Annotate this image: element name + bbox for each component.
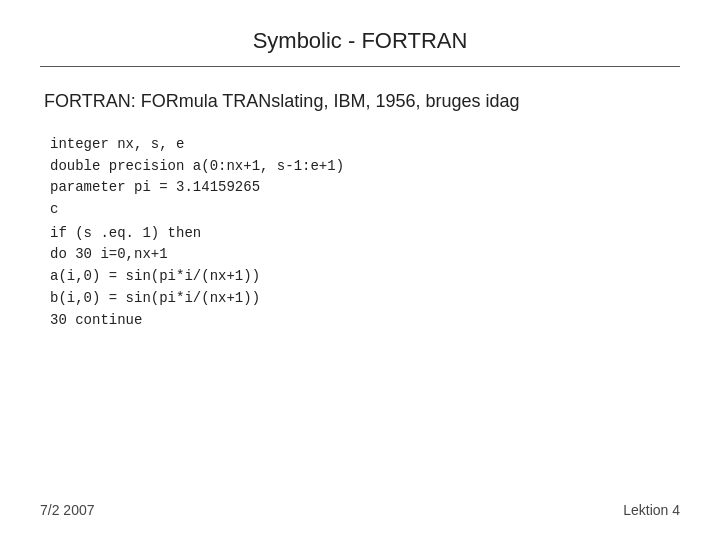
- subtitle: FORTRAN: FORmula TRANslating, IBM, 1956,…: [44, 91, 680, 112]
- code-line-5: if (s .eq. 1) then: [50, 223, 680, 245]
- footer: 7/2 2007 Lektion 4: [40, 502, 680, 518]
- code-line-6: do 30 i=0,nx+1: [50, 244, 680, 266]
- page-title: Symbolic - FORTRAN: [40, 28, 680, 54]
- header: Symbolic - FORTRAN: [40, 0, 680, 66]
- code-line-8: b(i,0) = sin(pi*i/(nx+1)): [50, 288, 680, 310]
- code-line-3: parameter pi = 3.14159265: [50, 177, 680, 199]
- code-line-7: a(i,0) = sin(pi*i/(nx+1)): [50, 266, 680, 288]
- code-line-2: double precision a(0:nx+1, s-1:e+1): [50, 156, 680, 178]
- code-line-9: 30 continue: [50, 310, 680, 332]
- code-line-1: integer nx, s, e: [50, 134, 680, 156]
- page: Symbolic - FORTRAN FORTRAN: FORmula TRAN…: [0, 0, 720, 540]
- divider: [40, 66, 680, 67]
- code-block: integer nx, s, e double precision a(0:nx…: [50, 134, 680, 331]
- footer-date: 7/2 2007: [40, 502, 95, 518]
- footer-lesson: Lektion 4: [623, 502, 680, 518]
- code-line-4: c: [50, 199, 680, 221]
